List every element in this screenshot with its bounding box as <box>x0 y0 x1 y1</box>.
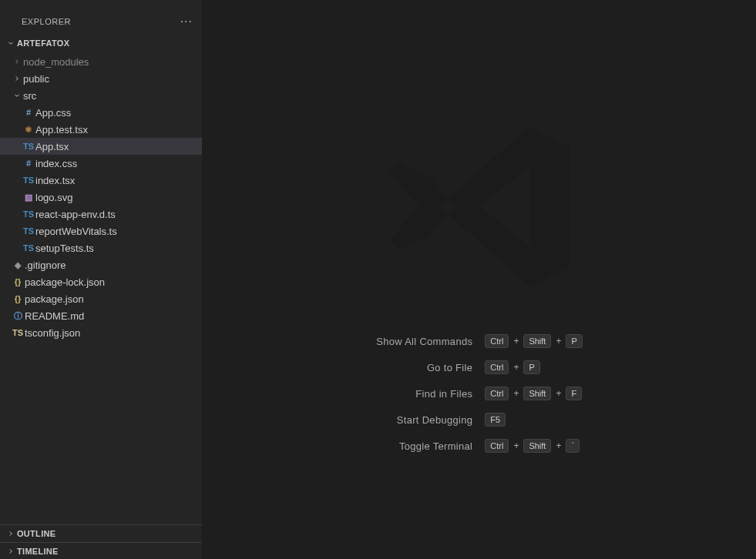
shortcut-keys-commands: Ctrl + Shift + P <box>485 334 583 348</box>
file-setup-tests[interactable]: TS setupTests.ts <box>0 239 202 256</box>
folder-label: src <box>23 90 36 102</box>
folder-src[interactable]: src <box>0 87 202 104</box>
file-tree: node_modules public src # App.css ⚛ App.… <box>0 52 202 524</box>
outline-label: OUTLINE <box>17 529 55 538</box>
shortcut-keys-gotofile: Ctrl + P <box>485 360 583 374</box>
plus-icon: + <box>556 388 561 399</box>
outline-section-header[interactable]: OUTLINE <box>0 525 202 542</box>
gitignore-icon: ◈ <box>11 260 25 270</box>
file-app-css[interactable]: # App.css <box>0 104 202 121</box>
plus-icon: + <box>513 362 519 373</box>
css-icon: # <box>22 159 35 168</box>
tsconfig-icon: TS <box>11 328 25 337</box>
file-label: .gitignore <box>25 259 66 271</box>
folder-label: public <box>23 73 49 85</box>
test-icon: ⚛ <box>22 125 35 135</box>
explorer-title: EXPLORER <box>9 17 71 26</box>
key-f: F <box>566 387 582 400</box>
ts-icon: TS <box>22 176 35 185</box>
file-readme[interactable]: ⓘ README.md <box>0 307 202 324</box>
folder-public[interactable]: public <box>0 70 202 87</box>
file-package-lock[interactable]: {} package-lock.json <box>0 273 202 290</box>
key-p: P <box>523 360 539 374</box>
explorer-header: EXPLORER ··· <box>0 8 202 35</box>
file-index-css[interactable]: # index.css <box>0 155 202 172</box>
plus-icon: + <box>513 440 519 451</box>
file-label: package.json <box>25 293 84 305</box>
file-label: index.css <box>35 158 77 169</box>
key-ctrl: Ctrl <box>485 360 509 374</box>
key-f5: F5 <box>485 413 506 427</box>
file-label: App.css <box>35 107 71 119</box>
more-actions-icon[interactable]: ··· <box>180 15 193 28</box>
chevron-right-icon <box>11 58 23 65</box>
editor-welcome-area: Show All Commands Ctrl + Shift + P Go to… <box>203 0 756 559</box>
shortcut-keys-terminal: Ctrl + Shift + ` <box>485 439 583 453</box>
key-ctrl: Ctrl <box>485 439 509 453</box>
plus-icon: + <box>556 336 561 346</box>
key-shift: Shift <box>523 334 551 348</box>
key-ctrl: Ctrl <box>485 334 509 348</box>
chevron-right-icon <box>5 530 17 537</box>
file-label: reportWebVitals.ts <box>35 226 117 237</box>
file-label: README.md <box>25 310 84 322</box>
folder-label: node_modules <box>23 56 89 68</box>
folder-node-modules[interactable]: node_modules <box>0 53 202 70</box>
explorer-sidebar: EXPLORER ··· ARTEFATOX node_modules publ… <box>0 0 203 559</box>
css-icon: # <box>22 108 35 117</box>
file-report-web-vitals[interactable]: TS reportWebVitals.ts <box>0 223 202 239</box>
svg-icon: ▧ <box>22 192 35 203</box>
file-app-test[interactable]: ⚛ App.test.tsx <box>0 121 202 138</box>
json-icon: {} <box>11 277 25 286</box>
file-gitignore[interactable]: ◈ .gitignore <box>0 256 202 273</box>
project-section-header[interactable]: ARTEFATOX <box>0 35 202 52</box>
info-icon: ⓘ <box>11 310 25 322</box>
chevron-down-icon <box>5 39 17 47</box>
json-icon: {} <box>11 294 25 303</box>
ts-icon: TS <box>22 209 35 219</box>
key-backtick: ` <box>566 439 580 453</box>
key-shift: Shift <box>523 439 551 453</box>
file-label: tsconfig.json <box>25 327 80 339</box>
welcome-shortcuts: Show All Commands Ctrl + Shift + P Go to… <box>376 334 583 453</box>
file-label: react-app-env.d.ts <box>35 209 116 220</box>
chevron-down-icon <box>11 92 23 99</box>
ts-icon: TS <box>22 142 35 151</box>
file-label: App.test.tsx <box>35 124 88 136</box>
file-index-tsx[interactable]: TS index.tsx <box>0 172 202 189</box>
plus-icon: + <box>556 440 561 451</box>
plus-icon: + <box>513 388 519 399</box>
key-p: P <box>566 334 582 348</box>
file-label: setupTests.ts <box>35 243 94 254</box>
shortcut-label-commands: Show All Commands <box>376 336 472 347</box>
key-shift: Shift <box>523 387 551 400</box>
shortcut-label-findfiles: Find in Files <box>376 388 472 400</box>
file-label: package-lock.json <box>25 276 105 288</box>
shortcut-label-debug: Start Debugging <box>376 414 472 426</box>
chevron-right-icon <box>11 75 23 82</box>
shortcut-keys-debug: F5 <box>485 413 583 427</box>
file-logo-svg[interactable]: ▧ logo.svg <box>0 189 202 206</box>
plus-icon: + <box>513 336 519 346</box>
shortcut-label-terminal: Toggle Terminal <box>376 440 472 452</box>
file-label: index.tsx <box>35 175 75 186</box>
sidebar-bottom-sections: OUTLINE TIMELINE <box>0 524 202 559</box>
key-ctrl: Ctrl <box>485 387 509 400</box>
shortcut-keys-findfiles: Ctrl + Shift + F <box>485 387 583 400</box>
file-react-env[interactable]: TS react-app-env.d.ts <box>0 206 202 223</box>
timeline-label: TIMELINE <box>17 547 59 556</box>
shortcut-label-gotofile: Go to File <box>376 362 472 373</box>
file-label: App.tsx <box>35 141 69 152</box>
project-name: ARTEFATOX <box>17 38 69 48</box>
vscode-logo-icon <box>379 106 580 306</box>
timeline-section-header[interactable]: TIMELINE <box>0 542 202 559</box>
file-package-json[interactable]: {} package.json <box>0 290 202 307</box>
file-app-tsx[interactable]: TS App.tsx <box>0 138 202 155</box>
file-label: logo.svg <box>35 192 72 203</box>
file-tsconfig[interactable]: TS tsconfig.json <box>0 324 202 341</box>
ts-icon: TS <box>22 226 35 236</box>
chevron-right-icon <box>5 547 17 555</box>
ts-icon: TS <box>22 243 35 253</box>
